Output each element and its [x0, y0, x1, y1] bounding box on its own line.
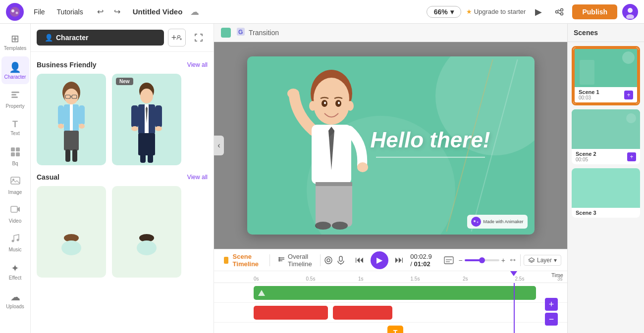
- sidebar-templates-label: Templates: [4, 46, 27, 51]
- zoom-control[interactable]: 66% ▾: [427, 6, 461, 18]
- camera-settings-button[interactable]: [324, 253, 333, 267]
- share-button[interactable]: [551, 4, 567, 20]
- sidebar-item-templates[interactable]: ⊞ Templates: [1, 28, 29, 55]
- sidebar-item-image[interactable]: Image: [1, 171, 29, 199]
- preview-play-button[interactable]: ▶: [531, 4, 546, 20]
- project-title: Untitled Video: [133, 7, 183, 16]
- casual-view-all[interactable]: View all: [187, 174, 208, 181]
- female-character-card[interactable]: [37, 74, 106, 165]
- scene-card-3[interactable]: Scene 3: [572, 168, 640, 218]
- file-menu-item[interactable]: File: [29, 6, 50, 18]
- redo-button[interactable]: ↪: [110, 4, 125, 19]
- scene-card-2[interactable]: Scene 2 00:05 +: [572, 109, 640, 164]
- track-block-red-2[interactable]: [333, 306, 392, 320]
- timeline-toolbar: Scene Timeline Overall Timeline: [214, 249, 567, 271]
- track-green-icon: [258, 289, 266, 297]
- canvas-background[interactable]: Hello there! Made with Animaker: [247, 56, 535, 235]
- timeline-playhead[interactable]: [514, 283, 515, 333]
- sidebar-item-character[interactable]: 👤 Character: [1, 56, 29, 84]
- play-button[interactable]: ▶: [371, 251, 388, 269]
- casual-figure-2: [124, 228, 169, 278]
- caption-button[interactable]: [442, 253, 456, 267]
- publish-button[interactable]: Publish: [572, 4, 617, 19]
- scene-timeline-tab[interactable]: Scene Timeline: [220, 251, 266, 270]
- svg-point-17: [16, 239, 19, 241]
- expand-panel-button[interactable]: [190, 29, 208, 47]
- zoom-value: 66%: [434, 8, 448, 16]
- canvas-container[interactable]: ‹: [214, 42, 567, 249]
- sidebar-item-bq[interactable]: Bq: [1, 143, 29, 170]
- svg-rect-9: [11, 147, 15, 151]
- time-plus-button[interactable]: +: [545, 298, 558, 311]
- volume-slider[interactable]: [465, 259, 499, 261]
- add-character-button[interactable]: +: [168, 29, 186, 47]
- sidebar-item-video[interactable]: Video: [1, 200, 29, 228]
- male-character-card[interactable]: New: [112, 74, 181, 165]
- track-block-text[interactable]: T: [387, 326, 403, 333]
- avatar[interactable]: [622, 4, 638, 20]
- svg-rect-13: [11, 177, 20, 184]
- cloud-icon[interactable]: ☁: [190, 6, 199, 17]
- ruler-mark-25s: 2.5s: [515, 276, 525, 282]
- svg-point-75: [279, 259, 280, 260]
- canvas-character[interactable]: [277, 66, 406, 235]
- svg-point-76: [279, 260, 280, 262]
- undo-button[interactable]: ↩: [93, 4, 108, 19]
- time-label: Time: [547, 271, 567, 279]
- scene-card-1[interactable]: Scene 1 00:03 +: [572, 46, 640, 105]
- canvas-hello-text-box[interactable]: Hello there!: [356, 128, 505, 163]
- scene-3-thumbnail: [572, 168, 640, 208]
- character-panel-header: 👤 Character +: [31, 24, 214, 52]
- svg-point-4: [628, 8, 633, 13]
- canvas-area: G Transition ‹: [214, 24, 567, 249]
- svg-rect-44: [148, 153, 153, 163]
- skip-forward-button[interactable]: ⏭: [392, 253, 406, 267]
- character-icon: 👤: [9, 61, 21, 73]
- layer-dropdown[interactable]: Layer ▾: [524, 255, 561, 266]
- image-icon: [10, 175, 21, 189]
- svg-point-59: [338, 102, 340, 104]
- center-area: G Transition ‹: [214, 24, 567, 333]
- microphone-button[interactable]: [337, 253, 345, 267]
- track-block-red-1[interactable]: [254, 306, 328, 320]
- character-tab-active[interactable]: 👤 Character: [37, 30, 164, 46]
- business-view-all[interactable]: View all: [187, 61, 208, 68]
- tutorials-menu-item[interactable]: Tutorials: [52, 6, 88, 18]
- sidebar-item-effect[interactable]: ✦ Effect: [1, 257, 29, 285]
- svg-rect-65: [316, 182, 352, 186]
- sidebar-image-label: Image: [8, 190, 22, 195]
- scene-1-menu-button[interactable]: +: [624, 91, 633, 99]
- sidebar-item-property[interactable]: Property: [1, 85, 29, 113]
- track-block-green[interactable]: [254, 286, 536, 300]
- skip-back-button[interactable]: ⏮: [353, 253, 367, 267]
- scene-3-info: Scene 3: [572, 208, 640, 218]
- casual-character-card-1[interactable]: [37, 186, 106, 278]
- sidebar-effect-label: Effect: [9, 275, 21, 281]
- svg-point-67: [332, 222, 348, 230]
- volume-slider-fill: [465, 259, 482, 261]
- female-character-figure: [49, 79, 94, 165]
- svg-point-69: [474, 220, 476, 222]
- expand-timeline-button[interactable]: ↔: [508, 255, 517, 265]
- svg-rect-15: [11, 206, 17, 212]
- watermark-text: Made with Animaker: [483, 219, 523, 224]
- svg-point-41: [155, 126, 162, 131]
- sidebar-item-text[interactable]: T Text: [1, 114, 29, 142]
- svg-point-2: [16, 11, 18, 14]
- sidebar-item-uploads[interactable]: ☁ Uploads: [1, 286, 29, 314]
- timeline-area: Scene Timeline Overall Timeline: [214, 249, 567, 333]
- svg-rect-81: [444, 257, 453, 264]
- current-time: 00:02.9: [410, 253, 431, 260]
- upgrade-button[interactable]: ★ Upgrade to starter: [466, 8, 526, 15]
- music-icon: [10, 233, 21, 246]
- sidebar-uploads-label: Uploads: [6, 304, 24, 309]
- scene-2-menu-button[interactable]: +: [627, 152, 636, 161]
- collapse-panel-arrow[interactable]: ‹: [214, 136, 224, 155]
- svg-point-34: [140, 89, 153, 103]
- overall-timeline-tab[interactable]: Overall Timeline: [273, 251, 316, 270]
- timeline-divider-3: [520, 254, 521, 266]
- sidebar-item-music[interactable]: Music: [1, 229, 29, 256]
- casual-character-card-2[interactable]: [112, 186, 181, 278]
- time-minus-button[interactable]: −: [545, 313, 558, 326]
- svg-point-30: [79, 124, 85, 129]
